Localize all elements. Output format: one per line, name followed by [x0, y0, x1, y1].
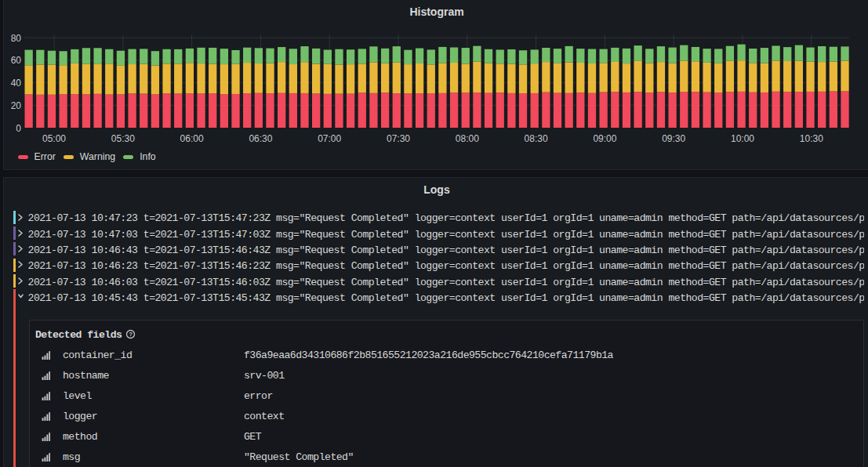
- svg-text:0: 0: [16, 123, 21, 134]
- svg-text:07:30: 07:30: [387, 133, 410, 144]
- svg-text:09:00: 09:00: [593, 133, 616, 144]
- svg-text:40: 40: [11, 78, 22, 89]
- svg-text:10:00: 10:00: [731, 133, 754, 144]
- svg-text:08:30: 08:30: [525, 133, 548, 144]
- svg-text:06:30: 06:30: [249, 133, 272, 144]
- svg-text:80: 80: [11, 33, 22, 44]
- svg-text:05:00: 05:00: [42, 133, 66, 144]
- svg-text:07:00: 07:00: [318, 133, 341, 144]
- svg-text:09:30: 09:30: [662, 133, 685, 144]
- svg-text:05:30: 05:30: [111, 133, 135, 144]
- svg-text:10:30: 10:30: [800, 133, 823, 144]
- svg-text:60: 60: [11, 55, 22, 66]
- svg-text:06:00: 06:00: [180, 133, 204, 144]
- svg-text:?: ?: [129, 331, 133, 338]
- svg-text:08:00: 08:00: [456, 133, 479, 144]
- svg-text:20: 20: [11, 100, 22, 111]
